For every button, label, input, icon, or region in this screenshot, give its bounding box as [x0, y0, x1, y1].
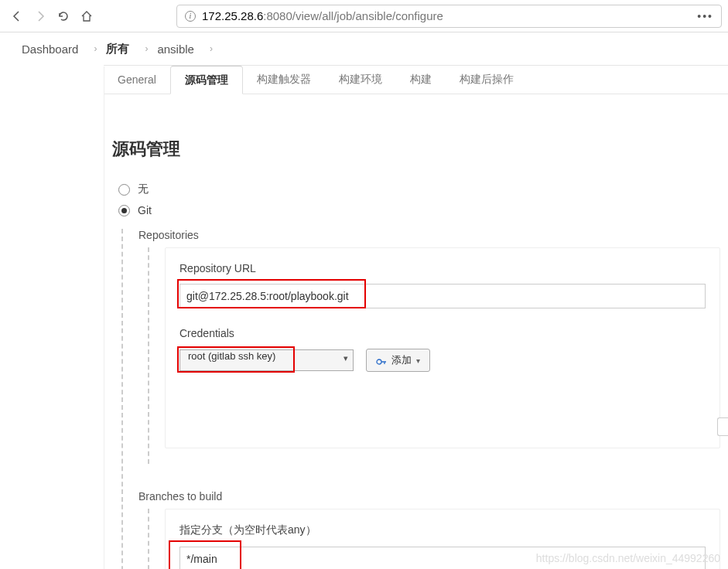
repo-url-input[interactable]: [179, 284, 706, 308]
dashed-line: [148, 247, 149, 464]
watermark: https://blog.csdn.net/weixin_44992260: [536, 552, 720, 564]
branches-label: Branches to build: [138, 490, 720, 503]
radio-none[interactable]: [118, 184, 130, 196]
tab-build-env[interactable]: 构建环境: [325, 66, 396, 94]
info-icon: i: [185, 11, 196, 22]
chevron-right-icon: ›: [210, 43, 213, 54]
add-button-label: 添加: [391, 353, 412, 367]
breadcrumb-ansible[interactable]: ansible: [157, 43, 194, 56]
chevron-right-icon: ›: [94, 43, 97, 54]
config-tabs: General 源码管理 构建触发器 构建环境 构建 构建后操作: [104, 65, 728, 94]
repositories-label: Repositories: [138, 229, 720, 241]
credentials-select[interactable]: root (gitlab ssh key): [179, 349, 354, 371]
tab-build[interactable]: 构建: [396, 66, 446, 94]
add-credentials-button[interactable]: 添加 ▾: [366, 349, 430, 372]
back-button[interactable]: [6, 5, 28, 27]
key-icon: [376, 356, 387, 364]
dashed-line: [148, 509, 149, 569]
svg-point-0: [377, 359, 381, 364]
breadcrumb: Dashboard › 所有 › ansible ›: [0, 32, 728, 65]
chevron-right-icon: ›: [145, 43, 148, 54]
radio-git-label: Git: [138, 204, 152, 216]
home-button[interactable]: [76, 5, 97, 27]
tab-triggers[interactable]: 构建触发器: [243, 66, 325, 94]
breadcrumb-dashboard[interactable]: Dashboard: [22, 43, 78, 56]
help-toggle[interactable]: [717, 417, 728, 436]
url-bar[interactable]: i 172.25.28.6:8080/view/all/job/ansible/…: [176, 5, 722, 28]
reload-button[interactable]: [53, 5, 74, 27]
radio-none-label: 无: [138, 182, 149, 196]
tab-post-build[interactable]: 构建后操作: [446, 66, 528, 94]
repository-card: Repository URL Credentials root (gitlab …: [165, 247, 720, 448]
browser-toolbar: i 172.25.28.6:8080/view/all/job/ansible/…: [0, 0, 728, 32]
forward-button[interactable]: [29, 5, 51, 27]
repo-url-label: Repository URL: [179, 262, 706, 274]
more-icon[interactable]: •••: [697, 10, 713, 22]
credentials-value: root (gitlab ssh key): [188, 350, 275, 362]
scm-none-row[interactable]: 无: [118, 182, 714, 196]
dashed-line: [121, 229, 123, 569]
tab-scm[interactable]: 源码管理: [170, 66, 243, 94]
credentials-label: Credentials: [179, 327, 706, 339]
branch-spec-label: 指定分支（为空时代表any）: [179, 523, 706, 537]
breadcrumb-all[interactable]: 所有: [106, 42, 129, 56]
radio-git[interactable]: [118, 205, 130, 216]
tab-general[interactable]: General: [104, 66, 170, 94]
content-area: 源码管理 无 Git Repositories Repository URL: [104, 94, 728, 569]
section-title: 源码管理: [112, 138, 720, 161]
url-text: 172.25.28.6:8080/view/all/job/ansible/co…: [202, 9, 443, 22]
scm-git-row[interactable]: Git: [118, 204, 714, 216]
chevron-down-icon: ▾: [416, 356, 420, 365]
